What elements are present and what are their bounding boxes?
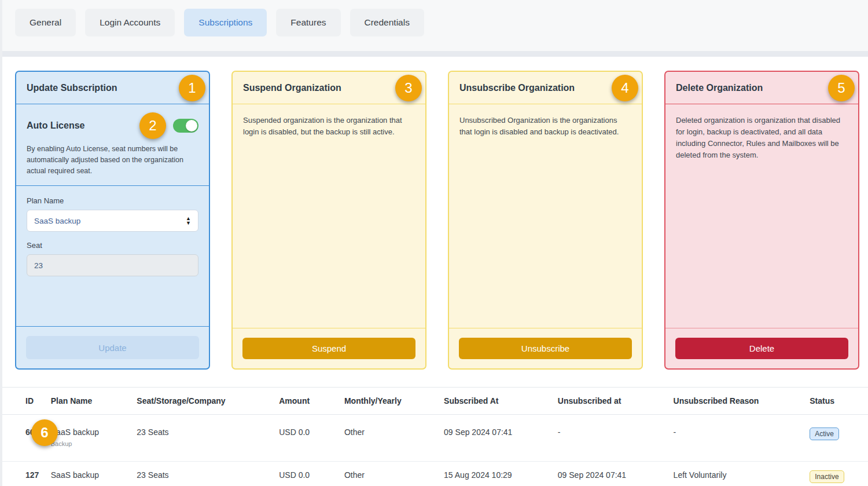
unsubscribe-description: Unsubscribed Organization is the organiz… (449, 104, 642, 328)
annotation-badge-6: 6 (31, 419, 58, 446)
select-arrows-icon: ▲▼ (186, 216, 191, 225)
row-status: Inactive (804, 462, 868, 486)
subscription-form: Plan Name SaaS backup ▲▼ Seat (16, 186, 209, 326)
row-cycle: Other (339, 462, 438, 486)
page: General Login Accounts Subscriptions Fea… (0, 0, 868, 486)
auto-license-description: By enabling Auto License, seat numbers w… (27, 144, 198, 176)
plan-name-select[interactable]: SaaS backup ▲▼ (27, 210, 198, 232)
unsubscribe-button[interactable]: Unsubscribe (459, 338, 632, 359)
table-row: 661 6 SaaS backup Backup 23 Seats USD 0.… (2, 415, 868, 462)
unsubscribe-organization-header: Unsubscribe Organization 4 (449, 72, 642, 104)
suspend-organization-header: Suspend Organization 3 (233, 72, 425, 104)
card-title: Unsubscribe Organization (459, 83, 575, 93)
tab-credentials[interactable]: Credentials (350, 9, 424, 36)
plan-name-label: Plan Name (27, 196, 198, 205)
card-title: Update Subscription (27, 83, 117, 93)
delete-description: Deleted organization is organization tha… (665, 104, 858, 328)
row-amount: USD 0.0 (273, 415, 339, 462)
row-seat: 23 Seats (131, 462, 273, 486)
row-id: 661 6 (2, 415, 45, 462)
auto-license-label: Auto License (27, 120, 139, 131)
delete-card-footer: Delete (665, 328, 858, 368)
col-id: ID (2, 388, 45, 415)
delete-organization-header: Delete Organization 5 (665, 72, 858, 104)
col-subscribed-at: Subscribed At (438, 388, 552, 415)
toggle-knob (186, 120, 197, 131)
header-divider (2, 51, 868, 57)
card-title: Suspend Organization (243, 83, 341, 93)
table-row: 127 SaaS backup 23 Seats USD 0.0 Other 1… (2, 462, 868, 486)
update-card-footer: Update (16, 326, 209, 368)
seat-input[interactable] (27, 254, 198, 276)
suspend-description: Suspended organization is the organizati… (233, 104, 425, 328)
row-plan-sub: Backup (51, 440, 126, 447)
table-header-row: ID Plan Name Seat/Storage/Company Amount… (2, 388, 868, 415)
auto-license-toggle[interactable] (173, 119, 198, 133)
update-button[interactable]: Update (26, 336, 199, 359)
row-subscribed-at: 09 Sep 2024 07:41 (438, 415, 552, 462)
status-badge: Active (810, 427, 839, 440)
tab-subscriptions[interactable]: Subscriptions (184, 9, 267, 36)
update-subscription-card: Update Subscription 1 Auto License 2 By … (15, 71, 210, 370)
update-subscription-header: Update Subscription 1 (16, 72, 209, 104)
col-monthly-yearly: Monthly/Yearly (339, 388, 438, 415)
suspend-button[interactable]: Suspend (242, 338, 415, 359)
row-plan: SaaS backup Backup (45, 415, 131, 462)
unsubscribe-card-footer: Unsubscribe (449, 328, 642, 368)
tab-bar: General Login Accounts Subscriptions Fea… (2, 0, 868, 51)
col-amount: Amount (273, 388, 339, 415)
row-unsubscribed-at: 09 Sep 2024 07:41 (552, 462, 668, 486)
row-status: Active (804, 415, 868, 462)
action-cards: Update Subscription 1 Auto License 2 By … (2, 57, 868, 370)
annotation-badge-2: 2 (139, 112, 166, 139)
row-seat: 23 Seats (131, 415, 273, 462)
row-plan: SaaS backup (45, 462, 131, 486)
delete-organization-card: Delete Organization 5 Deleted organizati… (664, 71, 859, 370)
row-subscribed-at: 15 Aug 2024 10:29 (438, 462, 552, 486)
col-unsubscribed-reason: Unsubscribed Reason (668, 388, 804, 415)
col-status: Status (804, 388, 868, 415)
annotation-badge-4: 4 (612, 75, 638, 101)
row-cycle: Other (339, 415, 438, 462)
row-id: 127 (2, 462, 45, 486)
tab-login-accounts[interactable]: Login Accounts (85, 9, 175, 36)
card-title: Delete Organization (676, 83, 763, 93)
subscriptions-table: ID Plan Name Seat/Storage/Company Amount… (2, 387, 868, 486)
seat-label: Seat (27, 241, 198, 250)
annotation-badge-3: 3 (395, 75, 422, 101)
unsubscribe-organization-card: Unsubscribe Organization 4 Unsubscribed … (448, 71, 643, 370)
annotation-badge-1: 1 (179, 75, 205, 101)
row-unsubscribed-at: - (552, 415, 668, 462)
col-seat-storage-company: Seat/Storage/Company (131, 388, 273, 415)
auto-license-section: Auto License 2 By enabling Auto License,… (16, 104, 209, 186)
suspend-card-footer: Suspend (233, 328, 425, 368)
row-reason: Left Voluntarily (668, 462, 804, 486)
col-plan-name: Plan Name (45, 388, 131, 415)
tab-general[interactable]: General (15, 9, 76, 36)
annotation-badge-5: 5 (828, 75, 855, 101)
row-amount: USD 0.0 (273, 462, 339, 486)
row-reason: - (668, 415, 804, 462)
plan-name-value: SaaS backup (34, 217, 186, 225)
status-badge: Inactive (810, 470, 844, 483)
col-unsubscribed-at: Unsubscribed at (552, 388, 668, 415)
suspend-organization-card: Suspend Organization 3 Suspended organiz… (231, 71, 426, 370)
delete-button[interactable]: Delete (675, 338, 848, 359)
tab-features[interactable]: Features (276, 9, 340, 36)
